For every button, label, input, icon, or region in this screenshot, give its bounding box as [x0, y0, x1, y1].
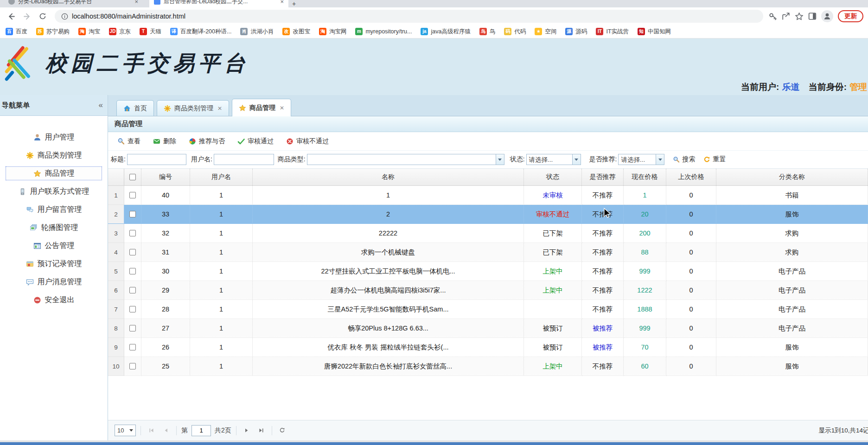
bookmark-item[interactable]: 百 百度: [6, 28, 27, 36]
last-page-button[interactable]: [256, 425, 267, 436]
forward-button[interactable]: [20, 10, 33, 23]
page-info-icon[interactable]: [61, 13, 68, 20]
column-header[interactable]: 分类名称: [716, 169, 868, 185]
table-row[interactable]: 5 30 1 22寸壁挂嵌入式工业工控平板电脑一体机电... 上架中 不推荐 9…: [108, 262, 868, 281]
collapse-sidebar-icon[interactable]: «: [99, 101, 103, 110]
chevron-down-icon[interactable]: [496, 154, 504, 165]
table-row[interactable]: 2 33 1 2 审核不通过 不推荐 20 0 服饰: [108, 205, 868, 224]
row-checkbox[interactable]: [129, 192, 136, 198]
column-header[interactable]: 用户名: [190, 169, 253, 185]
row-checkbox[interactable]: [129, 344, 136, 350]
toolbar-recommend-button[interactable]: 推荐与否: [189, 137, 225, 146]
bookmark-item[interactable]: 知 中国知网: [638, 28, 671, 36]
table-row[interactable]: 10 25 1 唐狮2022年新款白色长袖打底衫女蕾丝高... 上架中 不推荐 …: [108, 357, 868, 376]
password-key-icon[interactable]: [769, 12, 777, 20]
profile-avatar[interactable]: [821, 10, 833, 22]
close-tab-icon[interactable]: ×: [280, 0, 284, 5]
table-row[interactable]: 1 40 1 1 未审核 不推荐 1 0 书籍: [108, 186, 868, 205]
chrome-update-button[interactable]: 更新: [838, 10, 863, 22]
bookmark-item[interactable]: IT IT实战营: [596, 28, 629, 36]
chevron-down-icon[interactable]: [572, 154, 581, 165]
refresh-button[interactable]: [277, 425, 288, 436]
sidebar-item-record[interactable]: 预订记录管理: [6, 257, 102, 271]
browser-tab-1[interactable]: 分类-LeDao校园二手交易平台 ×: [4, 0, 143, 7]
first-page-button[interactable]: [146, 425, 157, 436]
tab-flower[interactable]: 商品类别管理 ✕: [157, 100, 229, 116]
table-row[interactable]: 4 31 1 求购一个机械键盘 已下架 不推荐 88 0 求购: [108, 243, 868, 262]
column-header[interactable]: 名称: [253, 169, 524, 185]
table-row[interactable]: 3 32 1 22222 已下架 不推荐 200 0 求购: [108, 224, 868, 243]
status-filter-combobox[interactable]: 请选择...: [526, 154, 581, 165]
row-checkbox[interactable]: [129, 363, 136, 369]
sidebar-item-user[interactable]: 用户管理: [6, 130, 102, 144]
column-header[interactable]: 上次价格: [666, 169, 716, 185]
sidebar-item-star[interactable]: 商品管理: [6, 166, 102, 180]
column-header[interactable]: 现在价格: [624, 169, 666, 185]
bookmark-item[interactable]: 鸟 鸟: [479, 28, 496, 36]
bookmark-item[interactable]: m myrepository/tru...: [355, 28, 412, 35]
sidebar-item-images[interactable]: 轮播图管理: [6, 221, 102, 235]
row-checkbox[interactable]: [129, 287, 136, 293]
column-header[interactable]: 编号: [141, 169, 190, 185]
side-panel-icon[interactable]: [808, 12, 817, 20]
row-checkbox[interactable]: [129, 211, 136, 217]
sidebar-item-board[interactable]: 公告管理: [6, 239, 102, 253]
bookmark-item[interactable]: 改 改图宝: [282, 28, 310, 36]
sidebar-item-logout[interactable]: 安全退出: [6, 293, 102, 307]
row-checkbox[interactable]: [129, 249, 136, 255]
toolbar-view-button[interactable]: 查看: [117, 137, 140, 146]
chevron-down-icon[interactable]: [656, 154, 664, 165]
bookmark-item[interactable]: 译 百度翻译-200种语...: [170, 28, 231, 36]
next-page-button[interactable]: [241, 425, 252, 436]
table-row[interactable]: 6 29 1 超薄办公一体机电脑高端四核i3i5i7家... 上架中 不推荐 1…: [108, 281, 868, 300]
bookmark-item[interactable]: JD 京东: [109, 28, 131, 36]
column-header[interactable]: 状态: [524, 169, 582, 185]
select-all-checkbox[interactable]: [129, 174, 136, 180]
recommend-filter-combobox[interactable]: 请选择...: [618, 154, 664, 165]
reload-button[interactable]: [36, 10, 49, 23]
table-row[interactable]: 8 27 1 畅享20Plus 8+128G 6.63... 被预订 被推荐 9…: [108, 319, 868, 338]
tab-home[interactable]: 首页: [116, 100, 154, 116]
toolbar-delete-button[interactable]: 删除: [153, 137, 176, 146]
url-bar[interactable]: localhost:8080/mainAdministrator.html: [55, 10, 763, 23]
back-button[interactable]: [5, 10, 18, 23]
bookmark-item[interactable]: 淘 淘宝: [78, 28, 100, 36]
table-row[interactable]: 7 28 1 三星A52千元学生5G智能数码手机Sam... 不推荐 1888 …: [108, 300, 868, 319]
bookmark-item[interactable]: ja java高级程序猿: [421, 28, 470, 36]
bookmark-star-icon[interactable]: [795, 12, 804, 21]
share-icon[interactable]: [782, 12, 790, 20]
row-checkbox[interactable]: [129, 325, 136, 331]
row-checkbox[interactable]: [129, 230, 136, 236]
sidebar-item-comments[interactable]: 用户留言管理: [6, 203, 102, 216]
toolbar-reject-button[interactable]: 审核不通过: [286, 137, 329, 146]
search-button[interactable]: 搜索: [673, 155, 695, 164]
bookmark-item[interactable]: 码 代码: [504, 28, 526, 36]
prev-page-button[interactable]: [160, 425, 172, 436]
sidebar-item-phone[interactable]: 用户联系方式管理: [6, 184, 102, 198]
sidebar-item-message[interactable]: 用户消息管理: [6, 275, 102, 289]
close-tab-icon[interactable]: ×: [134, 0, 138, 5]
row-checkbox[interactable]: [129, 306, 136, 312]
column-header[interactable]: 是否推荐: [582, 169, 624, 185]
toolbar-approve-button[interactable]: 审核通过: [237, 137, 274, 146]
tab-star[interactable]: 商品管理 ✕: [232, 99, 291, 116]
bookmark-item[interactable]: 源 源码: [565, 28, 587, 36]
page-size-select[interactable]: 10: [115, 425, 136, 436]
bookmark-item[interactable]: 肖 洪湖小肖: [240, 28, 274, 36]
type-filter-combobox[interactable]: [307, 154, 504, 165]
sidebar-item-flower[interactable]: 商品类别管理: [6, 148, 102, 162]
bookmark-item[interactable]: 淘 淘宝网: [319, 28, 347, 36]
table-row[interactable]: 9 26 1 优衣库 秋冬 男装 摇粒绒半拉链套头衫(... 被预订 被推荐 7…: [108, 338, 868, 357]
username-filter-input[interactable]: [214, 154, 274, 165]
title-filter-input[interactable]: [127, 154, 186, 165]
reset-button[interactable]: 重置: [703, 155, 726, 164]
browser-tab-2[interactable]: 后台管理界面-LeDao校园二手交... ×: [149, 0, 288, 7]
page-number-input[interactable]: [191, 425, 211, 436]
bookmark-item[interactable]: T 天猫: [140, 28, 161, 36]
bookmark-item[interactable]: ★ 空间: [535, 28, 556, 36]
new-tab-button[interactable]: +: [288, 1, 300, 7]
close-tab-icon[interactable]: ✕: [217, 105, 222, 112]
bookmark-item[interactable]: 苏 苏宁易购: [36, 28, 70, 36]
row-checkbox[interactable]: [129, 268, 136, 274]
close-tab-icon[interactable]: ✕: [280, 105, 284, 111]
